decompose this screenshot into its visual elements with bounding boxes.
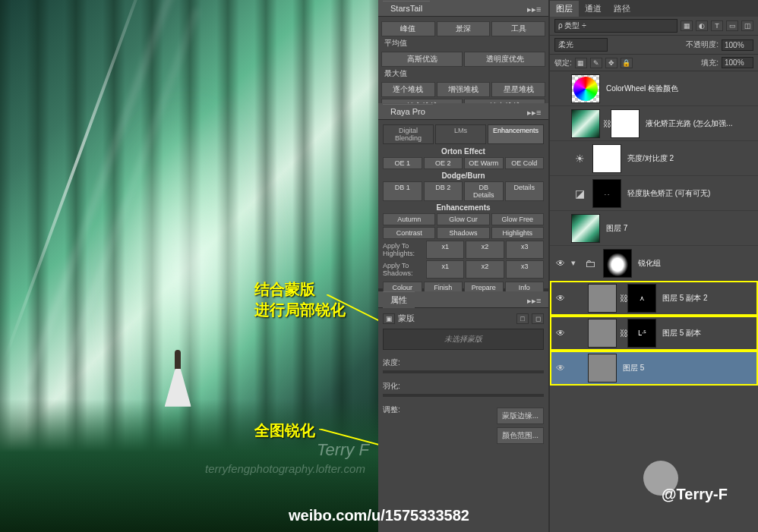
tab-channels[interactable]: 通道 — [579, 1, 608, 17]
layer-thumb[interactable] — [588, 354, 617, 382]
mask-thumb[interactable]: ᒪᐧᔆ — [627, 319, 656, 348]
props-header[interactable]: 属性 ▸▸ ≡ — [378, 291, 548, 308]
layer-name[interactable]: ColorWheel 检验颜色 — [603, 83, 758, 94]
raya-db2[interactable]: DB 2 — [424, 181, 463, 201]
filter-adjust-icon[interactable]: ◐ — [696, 20, 708, 31]
raya-sh-x3[interactable]: x3 — [506, 260, 544, 279]
link-icon[interactable]: ⛓ — [603, 119, 611, 128]
layer-row-group[interactable]: 👁 ▾ 🗀 锐化组 — [550, 246, 758, 281]
st-tab-tools[interactable]: 工具 — [491, 21, 545, 36]
layer-name[interactable]: 图层 5 — [620, 363, 758, 373]
filter-kind-select[interactable]: ρ 类型 ÷ — [554, 19, 677, 33]
layer-thumb[interactable] — [588, 319, 617, 348]
mask-thumb[interactable] — [611, 109, 640, 138]
mask-thumb[interactable]: ⋏ — [627, 284, 656, 313]
mask-thumb[interactable]: . . — [592, 179, 621, 208]
lock-all-icon[interactable]: 🔒 — [621, 58, 633, 68]
panel-menu-icon[interactable]: ≡ — [536, 5, 544, 12]
layer-thumb[interactable] — [571, 74, 600, 103]
layer-name[interactable]: 轻度肤色矫正 (可有可无) — [624, 188, 758, 199]
group-toggle-icon[interactable]: ▾ — [571, 258, 582, 268]
raya-oe2[interactable]: OE 2 — [424, 157, 463, 169]
st-tab-peak[interactable]: 峰值 — [381, 21, 435, 36]
raya-glowcur[interactable]: Glow Cur — [437, 213, 489, 225]
raya-tab-lms[interactable]: LMs — [435, 124, 486, 144]
mask-thumb[interactable] — [603, 249, 632, 278]
layer-name[interactable]: 锐化组 — [635, 258, 758, 269]
raya-oecold[interactable]: OE Cold — [505, 157, 545, 169]
visibility-toggle[interactable]: 👁 — [550, 258, 571, 269]
raya-title-tab[interactable]: Raya Pro — [383, 104, 433, 118]
panel-menu-icon[interactable]: ≡ — [536, 296, 544, 304]
raya-tab-enhance[interactable]: Enhancements — [488, 124, 544, 144]
filter-type-icon[interactable]: T — [711, 20, 723, 31]
layer-row[interactable]: ⛓ 液化矫正光路 (怎么加强... — [550, 106, 758, 141]
link-icon[interactable]: ⛓ — [620, 294, 627, 303]
raya-db1[interactable]: DB 1 — [383, 181, 422, 201]
fill-value[interactable]: 100% — [722, 57, 753, 68]
layer-row[interactable]: 👁 ⛓ ⋏ 图层 5 副本 2 — [550, 281, 758, 316]
layer-name[interactable]: 液化矫正光路 (怎么加强... — [643, 118, 758, 129]
visibility-toggle[interactable]: 👁 — [550, 293, 571, 304]
color-range-button[interactable]: 颜色范围... — [497, 427, 544, 444]
filter-shape-icon[interactable]: ▭ — [726, 20, 738, 31]
filter-smart-icon[interactable]: ◫ — [741, 20, 753, 31]
raya-sh-x1[interactable]: x1 — [426, 260, 464, 279]
layer-row[interactable]: 👁 ⛓ ᒪᐧᔆ 图层 5 副本 — [550, 316, 758, 351]
raya-dbdet[interactable]: DB Details — [464, 181, 504, 201]
feather-slider[interactable] — [383, 394, 544, 397]
props-title-tab[interactable]: 属性 — [383, 291, 415, 308]
raya-glowfree[interactable]: Glow Free — [491, 213, 544, 225]
raya-oe1[interactable]: OE 1 — [383, 157, 422, 169]
panel-menu-icon[interactable]: ▸▸ — [527, 5, 535, 12]
st-tab-depth[interactable]: 景深 — [437, 21, 491, 36]
vector-mask-icon[interactable]: ◻ — [532, 313, 544, 324]
lock-pixels-icon[interactable]: ✎ — [590, 58, 602, 68]
layer-name[interactable]: 图层 7 — [603, 223, 758, 234]
layer-row[interactable]: 👁 图层 5 — [550, 351, 758, 386]
raya-hi-x3[interactable]: x3 — [506, 241, 544, 259]
pixel-mask-icon[interactable]: □ — [516, 313, 529, 324]
visibility-toggle[interactable]: 👁 — [550, 328, 571, 338]
raya-shadows[interactable]: Shadows — [437, 227, 489, 239]
raya-hi-x2[interactable]: x2 — [466, 241, 504, 259]
st-btn-gauss[interactable]: 高斯优选 — [381, 52, 463, 67]
tab-paths[interactable]: 路径 — [608, 1, 636, 17]
panel-collapse-icon[interactable]: ▸▸ — [527, 296, 535, 304]
filter-pixel-icon[interactable]: ▦ — [681, 20, 693, 31]
raya-sh-x2[interactable]: x2 — [466, 260, 504, 279]
lock-position-icon[interactable]: ✥ — [605, 58, 617, 68]
density-slider[interactable] — [383, 370, 544, 373]
layer-name[interactable]: 图层 5 副本 — [659, 328, 758, 338]
layer-thumb[interactable] — [571, 109, 600, 138]
starstail-title-tab[interactable]: StarsTail — [383, 1, 430, 15]
raya-highlights[interactable]: Highlights — [491, 227, 544, 239]
raya-tab-blend[interactable]: Digital Blending — [383, 124, 434, 144]
mask-thumb[interactable] — [592, 144, 621, 173]
st-btn-opacity[interactable]: 透明度优先 — [464, 52, 545, 67]
raya-autumn[interactable]: Autumn — [383, 213, 435, 225]
st-btn-stack3[interactable]: 星星堆栈 — [491, 82, 545, 97]
panel-menu-icon[interactable]: ≡ — [536, 108, 544, 115]
mask-edge-button[interactable]: 蒙版边缘... — [497, 408, 544, 424]
blend-mode-select[interactable]: 柔光 — [554, 38, 608, 52]
raya-header[interactable]: Raya Pro ▸▸ ≡ — [378, 103, 548, 120]
lock-transparent-icon[interactable]: ▦ — [575, 58, 587, 68]
st-btn-stack1[interactable]: 逐个堆栈 — [381, 82, 435, 97]
starstail-header[interactable]: StarsTail ▸▸ ≡ — [378, 0, 548, 17]
layer-name[interactable]: 图层 5 副本 2 — [659, 293, 758, 304]
tab-layers[interactable]: 图层 — [550, 1, 579, 17]
raya-hi-x1[interactable]: x1 — [426, 241, 464, 259]
layer-row[interactable]: 图层 7 — [550, 211, 758, 246]
opacity-value[interactable]: 100% — [722, 39, 753, 51]
panel-collapse-icon[interactable]: ▸▸ — [527, 108, 535, 115]
raya-oewarm[interactable]: OE Warm — [464, 157, 504, 169]
raya-contrast[interactable]: Contrast — [383, 227, 435, 239]
layer-row[interactable]: ☀ 亮度/对比度 2 — [550, 141, 758, 176]
layer-name[interactable]: 亮度/对比度 2 — [624, 153, 758, 164]
visibility-toggle[interactable]: 👁 — [550, 363, 571, 373]
layer-thumb[interactable] — [571, 214, 600, 243]
link-icon[interactable]: ⛓ — [620, 329, 627, 338]
st-btn-stack2[interactable]: 增强堆栈 — [437, 82, 491, 97]
layer-row[interactable]: ◪ . . 轻度肤色矫正 (可有可无) — [550, 176, 758, 211]
